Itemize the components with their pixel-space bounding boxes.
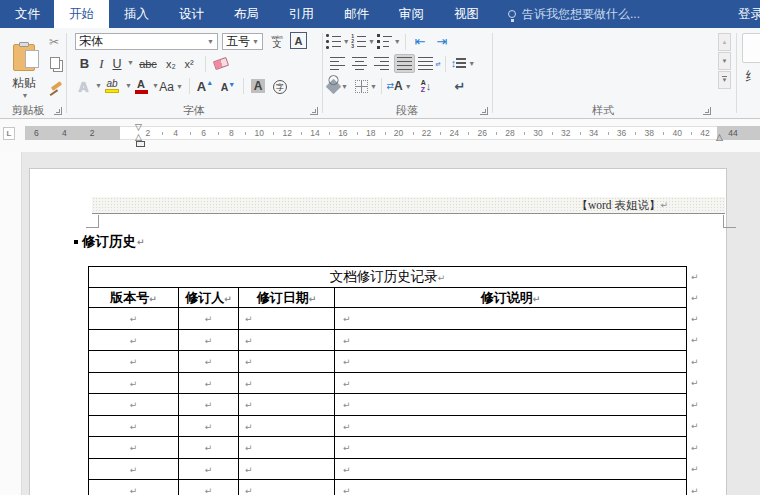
table-empty-cell[interactable]: ↵ — [239, 458, 335, 480]
table-empty-cell[interactable]: ↵ — [179, 437, 239, 459]
tab-file[interactable]: 文件 — [0, 0, 54, 28]
ribbon-tab[interactable]: 引用 — [274, 0, 329, 28]
left-indent-marker[interactable] — [136, 141, 145, 147]
enclose-characters-button[interactable]: 字 — [271, 78, 289, 96]
table-empty-cell[interactable]: ↵ — [89, 480, 179, 495]
page-header-area[interactable]: 【word 表姐说】 ↵ — [92, 197, 725, 214]
ribbon-tab[interactable]: 插入 — [109, 0, 164, 28]
paste-button[interactable]: 粘贴 ▼ — [4, 33, 44, 109]
table-empty-cell[interactable]: ↵ — [239, 308, 335, 330]
table-empty-cell[interactable]: ↵ — [179, 458, 239, 480]
table-empty-cell[interactable]: ↵ — [335, 437, 687, 459]
table-empty-cell[interactable]: ↵ — [239, 415, 335, 437]
copy-button[interactable] — [47, 55, 63, 71]
ribbon-tab[interactable]: 审阅 — [384, 0, 439, 28]
subscript-button[interactable]: x₂ — [163, 55, 179, 72]
table-empty-cell[interactable]: ↵ — [89, 372, 179, 394]
table-empty-cell[interactable]: ↵ — [179, 351, 239, 373]
table-header-cell[interactable]: 修订人↵ — [179, 288, 239, 308]
character-border-button[interactable]: A — [290, 32, 307, 49]
table-header-cell[interactable]: 版本号↵ — [89, 288, 179, 308]
change-case-button[interactable]: Aa▼ — [161, 77, 181, 96]
clipboard-dialog-launcher-icon[interactable] — [54, 107, 62, 115]
table-empty-cell[interactable]: ↵ — [179, 415, 239, 437]
phonetic-guide-button[interactable]: wén 文 — [267, 31, 287, 51]
underline-dropdown-icon[interactable]: ▼ — [127, 59, 134, 66]
table-empty-cell[interactable]: ↵ — [89, 437, 179, 459]
table-empty-cell[interactable]: ↵ — [239, 394, 335, 416]
justify-button[interactable] — [394, 54, 415, 73]
table-empty-cell[interactable]: ↵ — [239, 372, 335, 394]
table-empty-cell[interactable]: ↵ — [89, 415, 179, 437]
table-empty-cell[interactable]: ↵ — [239, 329, 335, 351]
numbering-button[interactable]: 123 ▼ — [353, 33, 373, 50]
table-empty-cell[interactable]: ↵ — [179, 394, 239, 416]
right-indent-marker[interactable]: △ — [716, 133, 723, 142]
align-right-button[interactable] — [372, 55, 391, 72]
highlight-color-button[interactable]: ab — [103, 76, 121, 96]
highlight-dropdown-icon[interactable]: ▼ — [125, 82, 132, 89]
text-effects-dropdown-icon[interactable]: ▼ — [95, 82, 102, 89]
table-empty-cell[interactable]: ↵ — [179, 329, 239, 351]
align-center-button[interactable] — [350, 55, 369, 72]
table-header-cell[interactable]: 修订日期↵ — [239, 288, 335, 308]
table-empty-cell[interactable]: ↵ — [179, 480, 239, 495]
table-empty-cell[interactable]: ↵ — [89, 351, 179, 373]
table-empty-cell[interactable]: ↵ — [239, 437, 335, 459]
font-dialog-launcher-icon[interactable] — [310, 107, 318, 115]
table-empty-cell[interactable]: ↵ — [89, 458, 179, 480]
distribute-button[interactable]: ⇄ — [419, 55, 440, 72]
table-empty-cell[interactable]: ↵ — [239, 480, 335, 495]
grow-font-button[interactable]: A▲ — [195, 76, 215, 96]
bullets-button[interactable]: ▼ — [328, 33, 348, 50]
font-size-combo[interactable]: 五号 ▼ — [222, 33, 263, 50]
line-spacing-button[interactable]: ↕ ▼ — [451, 54, 475, 72]
clear-formatting-button[interactable] — [211, 55, 231, 72]
text-effects-button[interactable]: A — [75, 77, 92, 96]
document-heading[interactable]: 修订历史 ↵ — [74, 233, 145, 251]
table-empty-cell[interactable]: ↵ — [89, 329, 179, 351]
format-painter-button[interactable] — [48, 78, 64, 94]
strikethrough-button[interactable]: abc — [137, 55, 159, 72]
underline-button[interactable]: U — [110, 55, 124, 72]
table-empty-cell[interactable]: ↵ — [335, 458, 687, 480]
table-empty-cell[interactable]: ↵ — [335, 372, 687, 394]
table-empty-cell[interactable]: ↵ — [335, 329, 687, 351]
editing-partial-button[interactable] — [742, 33, 760, 63]
shading-button[interactable]: ▼ — [327, 77, 349, 95]
document-page[interactable]: 【word 表姐说】 ↵ 修订历史 ↵ 文档修订历史记录↵版本号↵修订人↵修订日… — [29, 168, 727, 495]
increase-indent-button[interactable]: ⇥ — [433, 32, 451, 50]
tab-selector[interactable]: L — [3, 127, 15, 140]
superscript-button[interactable]: x² — [181, 55, 197, 72]
align-left-button[interactable] — [328, 55, 347, 72]
ribbon-tab[interactable]: 布局 — [219, 0, 274, 28]
table-empty-cell[interactable]: ↵ — [179, 308, 239, 330]
shrink-font-button[interactable]: A▼ — [219, 78, 237, 96]
styles-scroll-up-button[interactable]: ▲ — [718, 33, 731, 51]
multilevel-list-button[interactable]: ▼ — [378, 33, 400, 50]
paragraph-dialog-launcher-icon[interactable] — [480, 107, 488, 115]
table-empty-cell[interactable]: ↵ — [335, 480, 687, 495]
styles-more-button[interactable]: ▼ — [718, 71, 731, 89]
ribbon-tab[interactable]: 开始 — [54, 0, 109, 28]
ribbon-tab[interactable]: 设计 — [164, 0, 219, 28]
character-shading-button[interactable]: A — [249, 77, 267, 95]
table-empty-cell[interactable]: ↵ — [335, 394, 687, 416]
styles-scroll-down-button[interactable]: ▼ — [718, 52, 731, 70]
table-empty-cell[interactable]: ↵ — [239, 351, 335, 373]
table-empty-cell[interactable]: ↵ — [335, 415, 687, 437]
bold-button[interactable]: B — [77, 55, 92, 72]
asian-layout-button[interactable]: ⇄ A ▼ — [386, 77, 412, 95]
styles-dialog-launcher-icon[interactable] — [703, 107, 711, 115]
revision-table[interactable]: 文档修订历史记录↵版本号↵修订人↵修订日期↵修订说明↵↵↵↵↵↵↵↵↵↵↵↵↵↵… — [88, 266, 687, 495]
cut-button[interactable]: ✂ — [46, 34, 62, 50]
table-empty-cell[interactable]: ↵ — [89, 394, 179, 416]
show-hide-marks-button[interactable]: ↵ — [451, 76, 469, 96]
borders-button[interactable]: ▼ — [355, 77, 377, 95]
italic-button[interactable]: I — [95, 55, 108, 72]
font-color-button[interactable]: A — [133, 76, 149, 96]
font-name-combo[interactable]: 宋体 ▼ — [75, 33, 218, 50]
table-empty-cell[interactable]: ↵ — [335, 351, 687, 373]
sort-button[interactable]: AZ ↓ — [416, 76, 436, 96]
table-empty-cell[interactable]: ↵ — [335, 308, 687, 330]
